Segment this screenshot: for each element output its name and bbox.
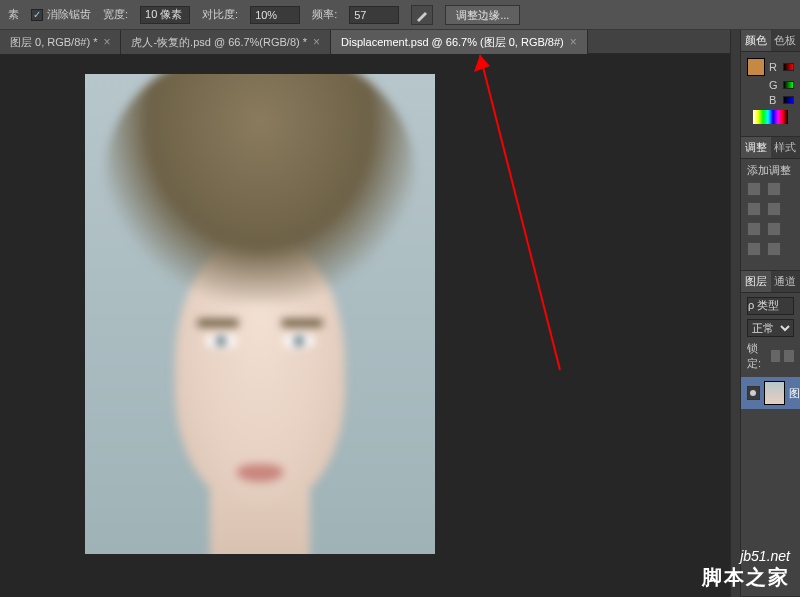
layer-thumbnail[interactable]: [764, 381, 785, 405]
options-bar: 素 ✓ 消除锯齿 宽度: 对比度: 频率: 调整边缘...: [0, 0, 800, 30]
document-tab[interactable]: 图层 0, RGB/8#) * ×: [0, 30, 121, 54]
add-adjustment-label: 添加调整: [747, 163, 794, 178]
frequency-label: 频率:: [312, 7, 337, 22]
tab-adjustments[interactable]: 调整: [741, 137, 771, 158]
pen-pressure-icon[interactable]: [411, 5, 433, 25]
watermark-url: jb51.net: [702, 548, 790, 564]
frequency-input[interactable]: [349, 6, 399, 24]
lock-transparency-icon[interactable]: [771, 350, 781, 362]
adjustment-icons: [747, 178, 794, 260]
right-panels: 颜色 色板 R G B 调整 样式: [740, 30, 800, 597]
canvas-workspace[interactable]: [0, 54, 730, 597]
layer-name: 图: [789, 386, 800, 401]
close-icon[interactable]: ×: [313, 35, 320, 49]
close-icon[interactable]: ×: [570, 35, 577, 49]
unit-suffix: 素: [8, 7, 19, 22]
blend-mode-select[interactable]: 正常: [747, 319, 794, 337]
vibrance-icon[interactable]: [747, 222, 761, 236]
contrast-input[interactable]: [250, 6, 300, 24]
width-label: 宽度:: [103, 7, 128, 22]
g-label: G: [769, 79, 779, 91]
brightness-icon[interactable]: [747, 182, 761, 196]
close-icon[interactable]: ×: [103, 35, 110, 49]
lock-label: 锁定:: [747, 341, 767, 371]
kind-filter[interactable]: ρ 类型: [747, 297, 794, 315]
tab-styles[interactable]: 样式: [771, 137, 801, 158]
tab-label: 虎人-恢复的.psd @ 66.7%(RGB/8) *: [131, 35, 307, 50]
watermark-text: 脚本之家: [702, 564, 790, 591]
adjustments-panel: 调整 样式 添加调整: [741, 137, 800, 271]
g-slider[interactable]: [783, 81, 794, 89]
antialias-label: 消除锯齿: [47, 7, 91, 22]
tab-color[interactable]: 颜色: [741, 30, 771, 51]
tab-channels[interactable]: 通道: [771, 271, 801, 292]
bw-icon[interactable]: [747, 242, 761, 256]
antialias-checkbox[interactable]: ✓ 消除锯齿: [31, 7, 91, 22]
r-slider[interactable]: [783, 63, 794, 71]
tab-layers[interactable]: 图层: [741, 271, 771, 292]
foreground-swatch[interactable]: [747, 58, 765, 76]
panel-divider[interactable]: [730, 30, 740, 597]
r-label: R: [769, 61, 779, 73]
watermark: jb51.net 脚本之家: [702, 548, 790, 591]
b-slider[interactable]: [783, 96, 794, 104]
exposure-icon[interactable]: [767, 202, 781, 216]
layer-row[interactable]: 图: [741, 377, 800, 409]
visibility-icon[interactable]: [747, 386, 760, 400]
levels-icon[interactable]: [767, 182, 781, 196]
svg-point-2: [750, 390, 756, 396]
tab-label: 图层 0, RGB/8#) *: [10, 35, 97, 50]
tab-swatches[interactable]: 色板: [771, 30, 801, 51]
curves-icon[interactable]: [747, 202, 761, 216]
width-input[interactable]: [140, 6, 190, 24]
lock-pixels-icon[interactable]: [784, 350, 794, 362]
refine-edge-button[interactable]: 调整边缘...: [445, 5, 520, 25]
check-icon: ✓: [31, 9, 43, 21]
contrast-label: 对比度:: [202, 7, 238, 22]
canvas-image: [85, 74, 435, 554]
photo-filter-icon[interactable]: [767, 242, 781, 256]
document-tab-active[interactable]: Displacement.psd @ 66.7% (图层 0, RGB/8#) …: [331, 30, 588, 54]
color-spectrum[interactable]: [753, 110, 788, 124]
document-tabs: 图层 0, RGB/8#) * × 虎人-恢复的.psd @ 66.7%(RGB…: [0, 30, 800, 54]
hue-icon[interactable]: [767, 222, 781, 236]
b-label: B: [769, 94, 779, 106]
document-tab[interactable]: 虎人-恢复的.psd @ 66.7%(RGB/8) * ×: [121, 30, 331, 54]
tab-label: Displacement.psd @ 66.7% (图层 0, RGB/8#): [341, 35, 564, 50]
color-panel: 颜色 色板 R G B: [741, 30, 800, 137]
